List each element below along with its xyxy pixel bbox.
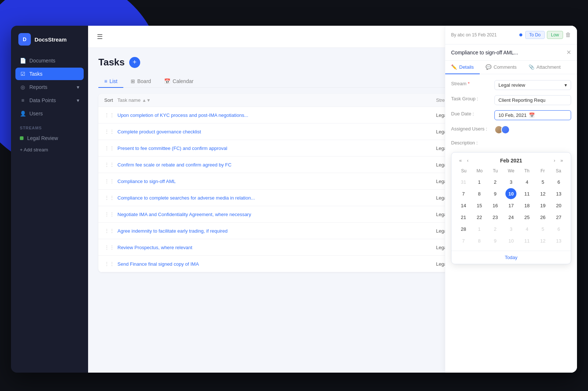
sidebar-item-users[interactable]: 👤 Users [15, 107, 84, 120]
cal-day[interactable]: 27 [553, 212, 564, 223]
cal-day[interactable]: 24 [505, 212, 516, 223]
cal-day[interactable]: 12 [537, 188, 548, 199]
cal-day[interactable]: 25 [522, 212, 533, 223]
stream-select[interactable]: Legal review ▾ [494, 80, 571, 90]
cal-day[interactable]: 22 [474, 212, 485, 223]
task-link[interactable]: Agree indemnity to facilitate early trad… [117, 228, 436, 234]
drag-handle[interactable]: ⋮⋮ [104, 129, 117, 134]
drag-handle[interactable]: ⋮⋮ [104, 195, 117, 201]
add-task-button[interactable]: + [129, 57, 140, 68]
priority-badge[interactable]: Low [547, 31, 563, 39]
cal-day[interactable]: 5 [537, 223, 548, 234]
drag-handle[interactable]: ⋮⋮ [104, 178, 117, 184]
sidebar-item-tasks[interactable]: ☑ Tasks [15, 68, 84, 80]
cal-day[interactable]: 9 [490, 188, 501, 199]
task-link[interactable]: Confirm fee scale or rebate and confirm … [117, 162, 436, 168]
due-date-input[interactable]: 10 Feb, 2021 📅 [494, 110, 571, 120]
cal-month-year: Feb 2021 [471, 158, 552, 164]
cal-day[interactable]: 8 [474, 235, 485, 246]
cal-next-month-button[interactable]: › [552, 157, 557, 164]
cal-day[interactable]: 31 [458, 176, 469, 187]
cal-day[interactable]: 8 [474, 188, 485, 199]
task-link[interactable]: Compliance to sign-off AML [117, 179, 436, 184]
drag-handle[interactable]: ⋮⋮ [104, 244, 117, 250]
cal-day[interactable]: 1 [474, 176, 485, 187]
calendar-tab-icon: 📅 [164, 78, 170, 84]
detail-title-input[interactable] [451, 50, 563, 55]
cal-day[interactable]: 15 [474, 200, 485, 211]
add-stream-btn[interactable]: + Add stream [11, 144, 88, 155]
cal-day[interactable]: 1 [474, 223, 485, 234]
tab-comments[interactable]: 💬 Comments [480, 61, 523, 74]
dow-tu: Tu [487, 167, 503, 175]
cal-grid: Su Mo Tu We Th Fr Sa 31 1 2 3 4 5 6 [451, 167, 571, 251]
drag-handle[interactable]: ⋮⋮ [104, 211, 117, 217]
cal-day[interactable]: 4 [522, 176, 533, 187]
data-points-icon: ≡ [20, 97, 26, 103]
cal-day[interactable]: 23 [490, 212, 501, 223]
comments-tab-label: Comments [494, 64, 517, 70]
cal-day[interactable]: 17 [505, 200, 516, 211]
drag-handle[interactable]: ⋮⋮ [104, 162, 117, 168]
task-link[interactable]: Complete product governance checklist [117, 129, 436, 134]
sidebar-item-documents[interactable]: 📄 Documents [15, 54, 84, 67]
cal-day[interactable]: 18 [522, 200, 533, 211]
drag-handle[interactable]: ⋮⋮ [104, 145, 117, 151]
sort-button[interactable]: Sort [104, 97, 117, 103]
cal-day[interactable]: 6 [553, 176, 564, 187]
tab-calendar[interactable]: 📅 Calendar [158, 75, 199, 88]
task-link[interactable]: Send Finance final signed copy of IMA [117, 261, 436, 267]
cal-day[interactable]: 11 [522, 188, 533, 199]
drag-handle[interactable]: ⋮⋮ [104, 261, 117, 267]
cal-day[interactable]: 12 [537, 235, 548, 246]
cal-day[interactable]: 19 [537, 200, 548, 211]
cal-day[interactable]: 14 [458, 200, 469, 211]
cal-day[interactable]: 21 [458, 212, 469, 223]
cal-day[interactable]: 2 [490, 176, 501, 187]
cal-day[interactable]: 5 [537, 176, 548, 187]
cal-next-year-button[interactable]: » [559, 157, 565, 164]
task-link[interactable]: Upon completion of KYC process and post-… [117, 112, 436, 118]
drag-handle[interactable]: ⋮⋮ [104, 112, 117, 118]
tab-details[interactable]: ✏️ Details [445, 61, 480, 74]
status-badge[interactable]: To Do [525, 31, 545, 39]
tab-list[interactable]: ≡ List [98, 75, 123, 88]
cal-day[interactable]: 4 [522, 223, 533, 234]
detail-title-row: ✕ [445, 44, 577, 61]
task-group-box[interactable]: Client Reporting Requ [494, 95, 571, 105]
cal-prev-year-button[interactable]: « [457, 157, 464, 164]
cal-day[interactable]: 3 [505, 176, 516, 187]
task-link[interactable]: Negotiate IMA and Confidentiality Agreem… [117, 212, 436, 217]
delete-button[interactable]: 🗑 [565, 32, 571, 38]
cal-day[interactable]: 16 [490, 200, 501, 211]
cal-day[interactable]: 3 [505, 223, 516, 234]
cal-day[interactable]: 6 [553, 223, 564, 234]
cal-day-selected[interactable]: 10 [505, 188, 516, 199]
cal-day[interactable]: 2 [490, 223, 501, 234]
sidebar-item-data-points[interactable]: ≡ Data Points ▾ [15, 94, 84, 107]
sidebar-item-reports[interactable]: ◎ Reports ▾ [15, 81, 84, 93]
cal-day[interactable]: 26 [537, 212, 548, 223]
required-marker: * [468, 81, 470, 86]
cal-day[interactable]: 10 [505, 235, 516, 246]
task-link[interactable]: Review Prospectus, where relevant [117, 245, 436, 250]
cal-day[interactable]: 13 [553, 235, 564, 246]
cal-day[interactable]: 7 [458, 235, 469, 246]
sidebar-item-legal-review[interactable]: Legal Review [11, 132, 88, 144]
task-link[interactable]: Compliance to complete searches for adve… [117, 195, 436, 201]
cal-day[interactable]: 7 [458, 188, 469, 199]
close-icon[interactable]: ✕ [566, 49, 571, 56]
cal-day[interactable]: 13 [553, 188, 564, 199]
cal-day[interactable]: 11 [522, 235, 533, 246]
cal-day[interactable]: 20 [553, 200, 564, 211]
tab-attachment[interactable]: 📎 Attachment [523, 61, 567, 74]
cal-prev-month-button[interactable]: ‹ [465, 157, 470, 164]
cal-day[interactable]: 9 [490, 235, 501, 246]
tab-board[interactable]: ⊞ Board [125, 75, 157, 88]
hamburger-icon[interactable]: ☰ [97, 33, 103, 41]
task-link[interactable]: Present to fee committee (FC) and confir… [117, 146, 436, 151]
today-button[interactable]: Today [451, 251, 571, 264]
task-name-filter-icon[interactable]: ▲▼ [142, 98, 151, 103]
cal-day[interactable]: 28 [458, 223, 469, 234]
drag-handle[interactable]: ⋮⋮ [104, 228, 117, 234]
